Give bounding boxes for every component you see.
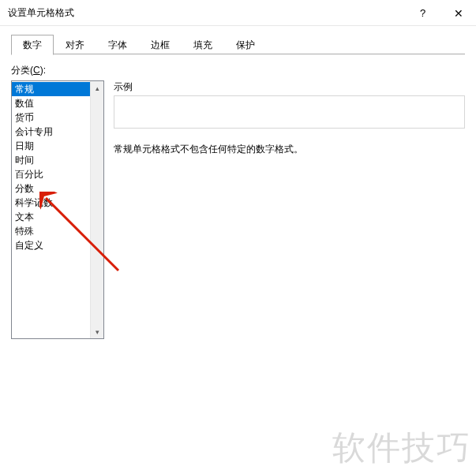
list-item[interactable]: 时间 [12, 153, 90, 167]
list-item[interactable]: 科学记数 [12, 196, 90, 210]
list-item[interactable]: 会计专用 [12, 125, 90, 139]
listbox-scrollbar[interactable]: ▴ ▾ [90, 81, 103, 338]
list-item[interactable]: 特殊 [12, 224, 90, 238]
category-listbox[interactable]: 常规数值货币会计专用日期时间百分比分数科学记数文本特殊自定义 ▴ ▾ [11, 80, 104, 339]
titlebar: 设置单元格格式 ? ✕ [0, 0, 476, 26]
scroll-down-icon[interactable]: ▾ [91, 325, 103, 338]
list-item[interactable]: 文本 [12, 210, 90, 224]
list-item[interactable]: 分数 [12, 181, 90, 196]
tab-数字[interactable]: 数字 [11, 35, 54, 55]
tabstrip: 数字对齐字体边框填充保护 [11, 34, 465, 54]
format-description: 常规单元格格式不包含任何特定的数字格式。 [114, 143, 465, 156]
tab-保护[interactable]: 保护 [224, 35, 267, 55]
window-title: 设置单元格格式 [8, 6, 74, 20]
list-item[interactable]: 货币 [12, 110, 90, 125]
tab-对齐[interactable]: 对齐 [54, 35, 96, 55]
list-item[interactable]: 自定义 [12, 238, 90, 252]
scroll-up-icon[interactable]: ▴ [91, 81, 103, 95]
list-item[interactable]: 日期 [12, 139, 90, 153]
right-pane: 示例 常规单元格格式不包含任何特定的数字格式。 [114, 80, 465, 339]
close-icon: ✕ [454, 7, 463, 20]
window-controls: ? ✕ [405, 0, 476, 26]
list-item[interactable]: 百分比 [12, 167, 90, 181]
close-button[interactable]: ✕ [440, 0, 476, 26]
tab-边框[interactable]: 边框 [139, 35, 182, 55]
format-cells-dialog: 设置单元格格式 ? ✕ 数字对齐字体边框填充保护 分类(C): 常规数值货币会计… [0, 0, 476, 470]
list-item[interactable]: 数值 [12, 96, 90, 110]
sample-label: 示例 [114, 80, 465, 94]
list-item[interactable]: 常规 [12, 82, 90, 96]
category-label: 分类(C): [11, 64, 465, 77]
help-icon: ? [420, 7, 425, 19]
watermark: 软件技巧 [332, 426, 471, 470]
help-button[interactable]: ? [405, 0, 440, 26]
dialog-body: 分类(C): 常规数值货币会计专用日期时间百分比分数科学记数文本特殊自定义 ▴ … [0, 54, 476, 339]
sample-box [114, 95, 465, 129]
tab-字体[interactable]: 字体 [96, 35, 139, 55]
tab-填充[interactable]: 填充 [182, 35, 224, 55]
